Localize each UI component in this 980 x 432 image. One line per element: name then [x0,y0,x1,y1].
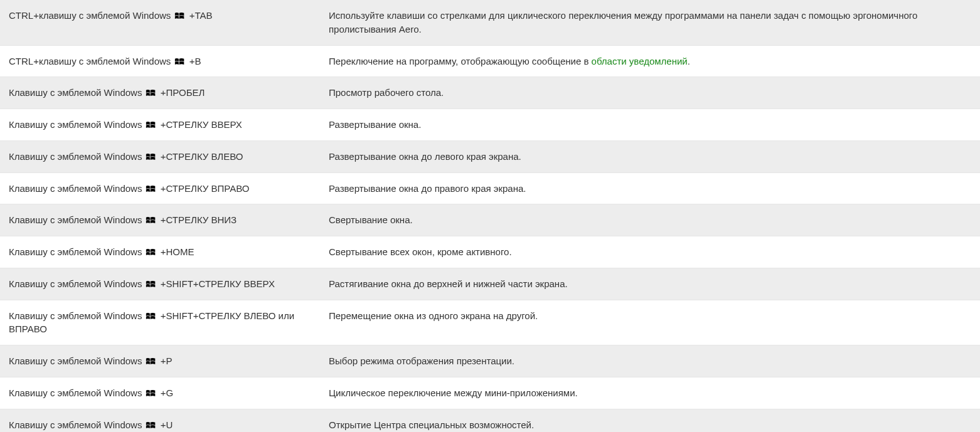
shortcut-description-cell: Развертывание окна. [320,109,980,141]
shortcut-description-cell: Просмотр рабочего стола. [320,77,980,109]
shortcut-key-prefix: Клавишу с эмблемой Windows [9,387,142,398]
windows-logo-icon [146,389,156,398]
description-text: Развертывание окна до левого края экрана… [329,151,521,162]
table-row: Клавишу с эмблемой Windows +PВыбор режим… [0,345,980,377]
shortcut-key-suffix: +СТРЕЛКУ ВВЕРХ [161,119,242,130]
description-text: Циклическое переключение между мини-прил… [329,387,578,398]
shortcut-description-cell: Перемещение окна из одного экрана на дру… [320,300,980,345]
windows-logo-icon [146,88,156,97]
shortcut-key-suffix: +СТРЕЛКУ ВЛЕВО [161,151,243,162]
shortcut-key-suffix: +B [189,56,201,66]
shortcut-key-suffix: +TAB [189,10,213,21]
table-row: Клавишу с эмблемой Windows +СТРЕЛКУ ВНИЗ… [0,204,980,236]
shortcut-key-cell: Клавишу с эмблемой Windows +ПРОБЕЛ [0,77,320,109]
shortcut-key-cell: Клавишу с эмблемой Windows +SHIFT+СТРЕЛК… [0,268,320,300]
shortcut-key-suffix: +СТРЕЛКУ ВНИЗ [161,214,237,225]
shortcut-key-suffix: +G [161,387,173,398]
windows-logo-icon [146,248,156,256]
shortcut-key-prefix: Клавишу с эмблемой Windows [9,214,142,225]
shortcut-key-suffix: +СТРЕЛКУ ВПРАВО [161,183,250,194]
shortcut-key-prefix: Клавишу с эмблемой Windows [9,183,142,194]
shortcut-key-cell: Клавишу с эмблемой Windows +HOME [0,236,320,268]
shortcut-description-cell: Циклическое переключение между мини-прил… [320,377,980,409]
shortcut-key-cell: CTRL+клавишу с эмблемой Windows +B [0,45,320,77]
windows-logo-icon [174,57,185,66]
shortcut-description-cell: Свертывание окна. [320,204,980,236]
shortcut-description-cell: Используйте клавиши со стрелками для цик… [320,0,980,45]
shortcut-key-cell: Клавишу с эмблемой Windows +СТРЕЛКУ ВВЕР… [0,109,320,141]
shortcut-description-cell: Развертывание окна до правого края экран… [320,172,980,204]
shortcut-key-prefix: Клавишу с эмблемой Windows [9,278,142,289]
shortcut-key-prefix: CTRL+клавишу с эмблемой Windows [9,56,171,66]
windows-logo-icon [174,11,185,20]
shortcut-key-suffix: +SHIFT+СТРЕЛКУ ВВЕРХ [161,278,275,289]
shortcut-key-prefix: Клавишу с эмблемой Windows [9,356,142,366]
description-text: Используйте клавиши со стрелками для цик… [329,10,917,34]
description-text: Растягивание окна до верхней и нижней ча… [329,278,568,289]
table-row: Клавишу с эмблемой Windows +HOMEСвертыва… [0,236,980,268]
shortcut-key-cell: Клавишу с эмблемой Windows +СТРЕЛКУ ВНИЗ [0,204,320,236]
windows-logo-icon [146,421,156,429]
shortcut-key-cell: Клавишу с эмблемой Windows +SHIFT+СТРЕЛК… [0,300,320,345]
table-row: Клавишу с эмблемой Windows +UОткрытие Це… [0,409,980,432]
description-text: Переключение на программу, отображающую … [329,56,592,66]
shortcut-key-prefix: CTRL+клавишу с эмблемой Windows [9,10,171,21]
description-text: Открытие Центра специальных возможностей… [329,419,534,430]
shortcut-key-prefix: Клавишу с эмблемой Windows [9,246,142,257]
shortcut-description-cell: Выбор режима отображения презентации. [320,345,980,377]
description-text: Перемещение окна из одного экрана на дру… [329,310,538,321]
shortcut-key-suffix: +ПРОБЕЛ [161,87,205,98]
table-row: Клавишу с эмблемой Windows +ПРОБЕЛПросмо… [0,77,980,109]
shortcut-key-suffix: +U [161,419,173,430]
shortcut-key-prefix: Клавишу с эмблемой Windows [9,87,142,98]
description-text: Развертывание окна. [329,119,421,130]
shortcut-key-cell: Клавишу с эмблемой Windows +СТРЕЛКУ ВЛЕВ… [0,140,320,172]
shortcut-description-cell: Растягивание окна до верхней и нижней ча… [320,268,980,300]
description-text: Выбор режима отображения презентации. [329,356,514,366]
shortcut-key-cell: Клавишу с эмблемой Windows +G [0,377,320,409]
description-text: Просмотр рабочего стола. [329,87,444,98]
shortcut-key-cell: CTRL+клавишу с эмблемой Windows +TAB [0,0,320,45]
shortcut-description-cell: Развертывание окна до левого края экрана… [320,140,980,172]
windows-logo-icon [146,357,156,366]
shortcut-key-prefix: Клавишу с эмблемой Windows [9,119,142,130]
table-row: Клавишу с эмблемой Windows +GЦиклическое… [0,377,980,409]
windows-logo-icon [146,152,156,161]
shortcut-key-suffix: +HOME [161,246,194,257]
shortcut-key-cell: Клавишу с эмблемой Windows +U [0,409,320,432]
shortcut-description-cell: Свертывание всех окон, кроме активного. [320,236,980,268]
table-row: Клавишу с эмблемой Windows +СТРЕЛКУ ВПРА… [0,172,980,204]
shortcut-key-prefix: Клавишу с эмблемой Windows [9,310,142,321]
table-row: Клавишу с эмблемой Windows +SHIFT+СТРЕЛК… [0,300,980,345]
table-row: Клавишу с эмблемой Windows +SHIFT+СТРЕЛК… [0,268,980,300]
shortcut-key-prefix: Клавишу с эмблемой Windows [9,151,142,162]
shortcut-key-cell: Клавишу с эмблемой Windows +СТРЕЛКУ ВПРА… [0,172,320,204]
shortcuts-table: CTRL+клавишу с эмблемой Windows +TABИспо… [0,0,980,432]
description-text: Свертывание окна. [329,214,413,225]
description-link[interactable]: области уведомлений [592,56,688,66]
shortcut-description-cell: Переключение на программу, отображающую … [320,45,980,77]
shortcut-description-cell: Открытие Центра специальных возможностей… [320,409,980,432]
windows-logo-icon [146,120,156,129]
shortcut-key-cell: Клавишу с эмблемой Windows +P [0,345,320,377]
description-text: Развертывание окна до правого края экран… [329,183,526,194]
description-text-after: . [688,56,690,66]
table-row: Клавишу с эмблемой Windows +СТРЕЛКУ ВВЕР… [0,109,980,141]
table-row: Клавишу с эмблемой Windows +СТРЕЛКУ ВЛЕВ… [0,140,980,172]
windows-logo-icon [146,184,156,193]
table-row: CTRL+клавишу с эмблемой Windows +TABИспо… [0,0,980,45]
shortcut-key-suffix: +P [161,356,173,366]
shortcut-key-prefix: Клавишу с эмблемой Windows [9,419,142,430]
description-text: Свертывание всех окон, кроме активного. [329,246,512,257]
windows-logo-icon [146,216,156,224]
windows-logo-icon [146,280,156,288]
windows-logo-icon [146,312,156,320]
table-row: CTRL+клавишу с эмблемой Windows +BПерекл… [0,45,980,77]
